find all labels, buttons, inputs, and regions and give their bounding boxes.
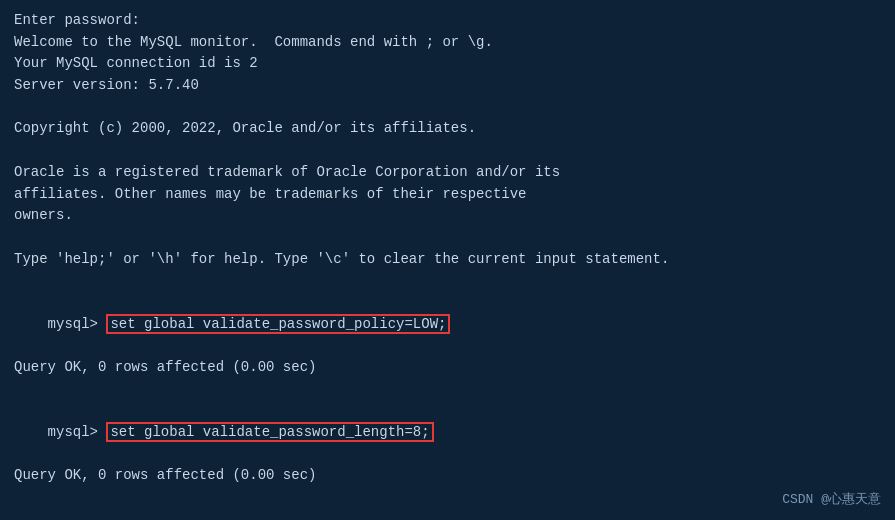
result-line-2: Query OK, 0 rows affected (0.00 sec) xyxy=(14,465,881,487)
line-welcome: Welcome to the MySQL monitor. Commands e… xyxy=(14,32,881,54)
command-text-1: set global validate_password_policy=LOW; xyxy=(106,314,450,334)
command-line-1: mysql> set global validate_password_poli… xyxy=(14,292,881,357)
command-line-3: mysql> ALTER USER 'root'@'localhost' IDE… xyxy=(14,509,881,520)
result-line-1: Query OK, 0 rows affected (0.00 sec) xyxy=(14,357,881,379)
watermark: CSDN @心惠天意 xyxy=(782,490,881,508)
blank-4 xyxy=(14,270,881,292)
blank-1 xyxy=(14,97,881,119)
blank-2 xyxy=(14,140,881,162)
terminal-window: Enter password: Welcome to the MySQL mon… xyxy=(0,0,895,520)
line-copyright: Copyright (c) 2000, 2022, Oracle and/or … xyxy=(14,118,881,140)
line-oracle-3: owners. xyxy=(14,205,881,227)
prompt-2: mysql> xyxy=(48,424,107,440)
line-oracle-2: affiliates. Other names may be trademark… xyxy=(14,184,881,206)
prompt-1: mysql> xyxy=(48,316,107,332)
line-connection-id: Your MySQL connection id is 2 xyxy=(14,53,881,75)
line-server-version: Server version: 5.7.40 xyxy=(14,75,881,97)
line-enter-password: Enter password: xyxy=(14,10,881,32)
command-line-2: mysql> set global validate_password_leng… xyxy=(14,400,881,465)
line-oracle-1: Oracle is a registered trademark of Orac… xyxy=(14,162,881,184)
blank-5 xyxy=(14,379,881,401)
blank-3 xyxy=(14,227,881,249)
line-help: Type 'help;' or '\h' for help. Type '\c'… xyxy=(14,249,881,271)
command-text-2: set global validate_password_length=8; xyxy=(106,422,433,442)
blank-6 xyxy=(14,487,881,509)
